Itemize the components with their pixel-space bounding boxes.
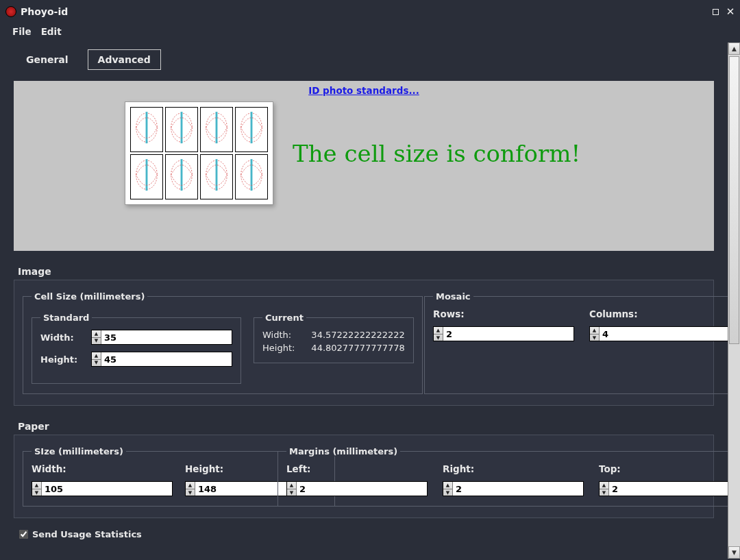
titlebar: Phoyo-id ✕ [0, 0, 740, 23]
mosaic-cell [200, 154, 233, 199]
scroll-up-icon[interactable]: ▲ [728, 42, 740, 55]
window-maximize-button[interactable] [711, 8, 719, 16]
menu-file[interactable]: File [12, 26, 32, 37]
margin-top-label: Top: [599, 463, 728, 474]
paper-size-legend: SIze (millimeters) [32, 446, 126, 456]
standard-width-label: Width: [40, 332, 82, 343]
current-legend: Current [262, 313, 306, 323]
standard-height-input[interactable] [101, 352, 232, 366]
mosaic-columns-spin[interactable]: ▲▼ [589, 326, 728, 341]
spin-down-icon[interactable]: ▼ [32, 489, 41, 496]
send-usage-stats-label: Send Usage Statistics [32, 529, 142, 539]
standard-width-input[interactable] [101, 330, 232, 344]
id-photo-standards-link[interactable]: ID photo standards... [18, 85, 710, 96]
spin-up-icon[interactable]: ▲ [92, 352, 101, 360]
tab-bar: General Advanced [14, 47, 714, 71]
preview-panel: ID photo standards... [14, 81, 714, 251]
standard-height-label: Height: [40, 354, 82, 365]
send-usage-stats-checkbox[interactable] [19, 530, 28, 539]
mosaic-columns-input[interactable] [600, 327, 728, 341]
margin-right-spin[interactable]: ▲▼ [443, 481, 584, 496]
app-icon [5, 6, 16, 17]
vertical-scrollbar[interactable]: ▲ ▼ [728, 42, 740, 559]
paper-width-label: Width: [32, 463, 173, 474]
margin-left-spin[interactable]: ▲▼ [286, 481, 428, 496]
spin-down-icon[interactable]: ▼ [590, 334, 599, 341]
margin-left-label: Left: [286, 463, 428, 474]
spin-up-icon[interactable]: ▲ [92, 330, 101, 338]
spin-up-icon[interactable]: ▲ [186, 482, 195, 489]
mosaic-rows-label: Rows: [433, 308, 574, 319]
standard-width-spin[interactable]: ▲▼ [91, 330, 232, 345]
image-section-title: Image [18, 266, 714, 277]
mosaic-rows-spin[interactable]: ▲▼ [433, 326, 574, 341]
spin-down-icon[interactable]: ▼ [92, 360, 101, 367]
spin-down-icon[interactable]: ▼ [600, 489, 608, 496]
conform-message: The cell size is conform! [293, 140, 580, 167]
standard-legend: Standard [40, 313, 92, 323]
mosaic-cell [165, 154, 198, 199]
mosaic-cell [165, 107, 198, 152]
cell-size-current-group: Current Width: 34.57222222222222 Height:… [254, 313, 414, 363]
mosaic-cell [235, 154, 268, 199]
mosaic-legend: Mosaic [433, 291, 473, 302]
mosaic-cell [200, 107, 233, 152]
spin-up-icon[interactable]: ▲ [600, 482, 608, 489]
spin-down-icon[interactable]: ▼ [434, 334, 443, 341]
paper-margins-legend: Margins (millimeters) [286, 446, 400, 456]
mosaic-group: Mosaic Rows: ▲▼ Columns: ▲▼ [424, 291, 728, 394]
image-panel: Cell Size (millimeters) Standard Width: … [14, 280, 714, 406]
paper-width-spin[interactable]: ▲▼ [32, 481, 173, 496]
standard-height-spin[interactable]: ▲▼ [91, 352, 232, 367]
margin-top-spin[interactable]: ▲▼ [599, 481, 728, 496]
mosaic-cell [235, 107, 268, 152]
margin-top-input[interactable] [609, 482, 728, 496]
tab-general[interactable]: General [16, 50, 78, 69]
spin-up-icon[interactable]: ▲ [590, 327, 599, 334]
cell-size-legend: Cell Size (millimeters) [32, 291, 147, 302]
mosaic-preview [125, 101, 273, 205]
spin-up-icon[interactable]: ▲ [443, 482, 452, 489]
spin-up-icon[interactable]: ▲ [434, 327, 443, 334]
mosaic-cell [130, 154, 163, 199]
spin-up-icon[interactable]: ▲ [287, 482, 296, 489]
window-title: Phoyo-id [21, 6, 711, 17]
paper-panel: SIze (millimeters) Width: ▲▼ Height: [14, 435, 714, 518]
scroll-down-icon[interactable]: ▼ [728, 546, 740, 559]
paper-section-title: Paper [18, 421, 714, 432]
spin-up-icon[interactable]: ▲ [32, 482, 41, 489]
current-width-value: 34.57222222222222 [311, 330, 404, 340]
window-close-button[interactable]: ✕ [726, 8, 735, 16]
spin-down-icon[interactable]: ▼ [186, 489, 195, 496]
current-height-value: 44.80277777777778 [311, 343, 404, 353]
spin-down-icon[interactable]: ▼ [443, 489, 452, 496]
menu-edit[interactable]: Edit [41, 26, 62, 37]
current-height-label: Height: [262, 343, 295, 353]
tab-advanced[interactable]: Advanced [88, 49, 161, 70]
cell-size-standard-group: Standard Width: ▲▼ Height: [32, 313, 241, 384]
spin-down-icon[interactable]: ▼ [287, 489, 296, 496]
paper-width-input[interactable] [42, 482, 172, 496]
margin-left-input[interactable] [297, 482, 427, 496]
cell-size-group: Cell Size (millimeters) Standard Width: … [23, 291, 423, 394]
margin-right-label: Right: [443, 463, 584, 474]
spin-down-icon[interactable]: ▼ [92, 338, 101, 345]
margin-right-input[interactable] [453, 482, 583, 496]
mosaic-rows-input[interactable] [443, 327, 574, 341]
mosaic-cell [130, 107, 163, 152]
paper-margins-group: Margins (millimeters) Left: ▲▼ Right: [278, 446, 728, 507]
menubar: File Edit [0, 23, 740, 42]
current-width-label: Width: [262, 330, 295, 340]
mosaic-columns-label: Columns: [589, 308, 728, 319]
scrollbar-thumb[interactable] [729, 56, 739, 344]
